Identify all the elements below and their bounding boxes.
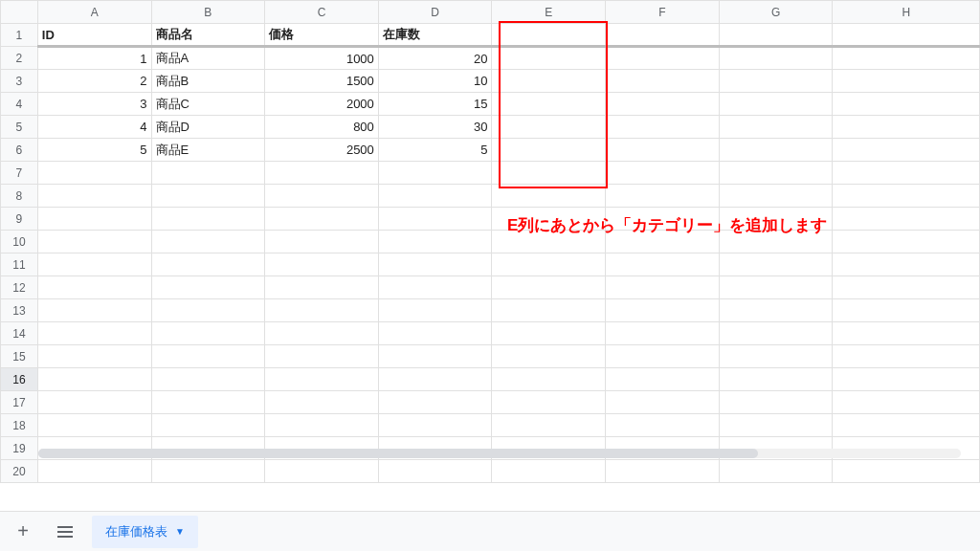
cell[interactable] <box>492 116 606 139</box>
all-sheets-button[interactable] <box>50 517 80 547</box>
cell[interactable] <box>606 47 720 70</box>
col-header-H[interactable]: H <box>833 1 980 24</box>
cell[interactable]: 2000 <box>265 93 379 116</box>
cell[interactable] <box>833 70 980 93</box>
cell[interactable]: 2 <box>37 70 151 93</box>
col-header-B[interactable]: B <box>151 1 265 24</box>
cell[interactable] <box>151 368 265 391</box>
row-header[interactable]: 18 <box>1 414 38 437</box>
cell[interactable]: 4 <box>37 116 151 139</box>
row-header[interactable]: 5 <box>1 116 38 139</box>
cell[interactable] <box>37 322 151 345</box>
sheet-tab-active[interactable]: 在庫価格表 ▼ <box>92 516 198 548</box>
cell[interactable] <box>151 345 265 368</box>
cell[interactable] <box>378 185 492 208</box>
cell[interactable]: 5 <box>37 139 151 162</box>
cell[interactable]: 5 <box>378 139 492 162</box>
row-header[interactable]: 2 <box>1 47 38 70</box>
cell[interactable] <box>833 208 980 231</box>
cell[interactable] <box>606 116 720 139</box>
cell[interactable] <box>265 345 379 368</box>
row-header[interactable]: 20 <box>1 460 38 483</box>
cell[interactable] <box>492 414 606 437</box>
cell[interactable] <box>151 162 265 185</box>
cell[interactable] <box>37 185 151 208</box>
cell[interactable] <box>378 253 492 276</box>
cell[interactable] <box>492 299 606 322</box>
cell[interactable] <box>606 391 720 414</box>
cell[interactable] <box>37 208 151 231</box>
row-header[interactable]: 19 <box>1 437 38 460</box>
cell[interactable] <box>492 24 606 47</box>
cell[interactable]: 30 <box>378 116 492 139</box>
cell[interactable] <box>833 253 980 276</box>
cell[interactable] <box>606 185 720 208</box>
cell[interactable] <box>833 93 980 116</box>
cell[interactable] <box>719 322 833 345</box>
cell[interactable] <box>833 162 980 185</box>
cell[interactable] <box>719 391 833 414</box>
cell[interactable] <box>265 299 379 322</box>
cell[interactable] <box>378 276 492 299</box>
cell[interactable] <box>37 345 151 368</box>
cell[interactable] <box>606 414 720 437</box>
cell[interactable] <box>151 208 265 231</box>
cell[interactable] <box>719 47 833 70</box>
cell[interactable] <box>37 460 151 483</box>
cell[interactable] <box>265 208 379 231</box>
cell[interactable] <box>833 276 980 299</box>
row-header[interactable]: 15 <box>1 345 38 368</box>
cell[interactable]: 10 <box>378 70 492 93</box>
cell[interactable] <box>492 47 606 70</box>
horizontal-scrollbar-thumb[interactable] <box>38 449 758 458</box>
cell[interactable] <box>606 276 720 299</box>
cell[interactable] <box>606 299 720 322</box>
cell[interactable] <box>492 322 606 345</box>
row-header[interactable]: 12 <box>1 276 38 299</box>
cell[interactable] <box>719 116 833 139</box>
cell[interactable] <box>606 345 720 368</box>
cell[interactable]: 1000 <box>265 47 379 70</box>
cell[interactable] <box>719 253 833 276</box>
cell[interactable] <box>265 162 379 185</box>
cell[interactable] <box>151 231 265 253</box>
cell[interactable] <box>606 24 720 47</box>
cell[interactable] <box>265 414 379 437</box>
cell[interactable] <box>378 460 492 483</box>
cell[interactable] <box>719 139 833 162</box>
cell[interactable] <box>833 345 980 368</box>
horizontal-scrollbar[interactable] <box>38 449 961 458</box>
cell[interactable]: ID <box>37 24 151 47</box>
cell[interactable] <box>492 185 606 208</box>
spreadsheet-grid[interactable]: A B C D E F G H 1ID商品名価格在庫数21商品A10002032… <box>0 0 980 502</box>
col-header-A[interactable]: A <box>37 1 151 24</box>
cell[interactable] <box>492 253 606 276</box>
col-header-C[interactable]: C <box>265 1 379 24</box>
cell[interactable] <box>378 414 492 437</box>
cell[interactable]: 20 <box>378 47 492 70</box>
row-header[interactable]: 1 <box>1 24 38 47</box>
cell[interactable] <box>606 162 720 185</box>
cell[interactable] <box>378 345 492 368</box>
row-header[interactable]: 9 <box>1 208 38 231</box>
row-header[interactable]: 17 <box>1 391 38 414</box>
cell[interactable] <box>37 231 151 253</box>
select-all-corner[interactable] <box>1 1 38 24</box>
cell[interactable] <box>492 460 606 483</box>
cell[interactable]: 価格 <box>265 24 379 47</box>
cell[interactable] <box>265 391 379 414</box>
row-header[interactable]: 3 <box>1 70 38 93</box>
col-header-E[interactable]: E <box>492 1 606 24</box>
cell[interactable] <box>719 299 833 322</box>
cell[interactable]: 商品E <box>151 139 265 162</box>
cell[interactable] <box>492 70 606 93</box>
cell[interactable] <box>151 299 265 322</box>
cell[interactable] <box>833 391 980 414</box>
cell[interactable] <box>492 93 606 116</box>
cell[interactable]: 2500 <box>265 139 379 162</box>
cell[interactable] <box>606 368 720 391</box>
cell[interactable] <box>492 368 606 391</box>
cell[interactable] <box>265 276 379 299</box>
cell[interactable] <box>833 231 980 253</box>
cell[interactable]: 1500 <box>265 70 379 93</box>
